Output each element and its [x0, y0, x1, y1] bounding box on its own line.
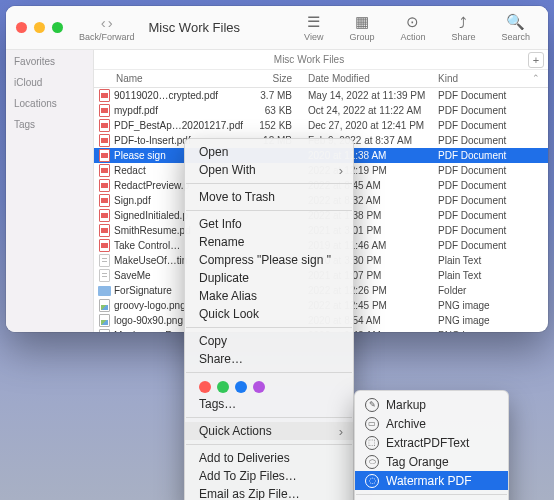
tab-bar: Misc Work Files +	[94, 50, 548, 70]
file-kind: PDF Document	[432, 225, 548, 236]
file-icon	[94, 119, 114, 132]
file-kind: PDF Document	[432, 165, 548, 176]
file-icon	[94, 179, 114, 192]
file-kind: PDF Document	[432, 105, 548, 116]
menu-quick-look[interactable]: Quick Look	[185, 305, 353, 323]
tag-purple-icon[interactable]	[253, 381, 265, 393]
window-title: Misc Work Files	[145, 20, 246, 35]
file-icon	[94, 329, 114, 332]
traffic-lights	[16, 22, 69, 33]
qa-markup[interactable]: ✎ Markup	[355, 395, 508, 414]
tag-red-icon[interactable]	[199, 381, 211, 393]
file-kind: PNG image	[432, 330, 548, 332]
menu-copy[interactable]: Copy	[185, 332, 353, 350]
menu-quick-actions[interactable]: Quick Actions	[185, 422, 353, 440]
search-icon: 🔍	[506, 13, 525, 31]
file-kind: PDF Document	[432, 90, 548, 101]
file-date: Dec 27, 2020 at 12:41 PM	[300, 120, 432, 131]
file-kind: Plain Text	[432, 270, 548, 281]
group-icon: ▦	[355, 13, 369, 31]
qa-watermark[interactable]: ◌ Watermark PDF	[355, 471, 508, 490]
menu-duplicate[interactable]: Duplicate	[185, 269, 353, 287]
sidebar-heading-favorites[interactable]: Favorites	[14, 56, 85, 67]
menu-compress[interactable]: Compress "Please sign "	[185, 251, 353, 269]
menu-share[interactable]: Share…	[185, 350, 353, 368]
qa-extract[interactable]: ⬚ ExtractPDFText	[355, 433, 508, 452]
action-button[interactable]: ⊙ Action	[392, 13, 433, 42]
menu-tags[interactable]: Tags…	[185, 395, 353, 413]
back-button[interactable]: ‹	[101, 14, 106, 31]
file-kind: Plain Text	[432, 255, 548, 266]
menu-get-info[interactable]: Get Info	[185, 215, 353, 233]
titlebar: ‹ › Back/Forward Misc Work Files ☰ View …	[6, 6, 548, 50]
close-icon[interactable]	[16, 22, 27, 33]
file-icon	[94, 164, 114, 177]
file-name: mypdf.pdf	[114, 105, 248, 116]
search-button[interactable]: 🔍 Search	[493, 13, 538, 42]
menu-email-zip[interactable]: Email as Zip File…	[185, 485, 353, 500]
table-row[interactable]: mypdf.pdf63 KBOct 24, 2022 at 11:22 AMPD…	[94, 103, 548, 118]
file-name: PDF_BestAp…20201217.pdf	[114, 120, 248, 131]
column-headers: Name Size Date Modified Kind ⌃	[94, 70, 548, 88]
file-icon	[94, 89, 114, 102]
archive-icon: ▭	[365, 417, 379, 431]
back-forward-group: ‹ › Back/Forward	[79, 14, 135, 42]
sort-chevron-icon: ⌃	[532, 73, 540, 83]
file-icon	[94, 104, 114, 117]
file-size: 3.7 MB	[248, 90, 300, 101]
col-size[interactable]: Size	[248, 73, 300, 84]
view-button[interactable]: ☰ View	[296, 13, 331, 42]
file-kind: PDF Document	[432, 120, 548, 131]
extract-icon: ⬚	[365, 436, 379, 450]
menu-add-deliveries[interactable]: Add to Deliveries	[185, 449, 353, 467]
sidebar-heading-locations[interactable]: Locations	[14, 98, 85, 109]
menu-rename[interactable]: Rename	[185, 233, 353, 251]
file-icon	[94, 299, 114, 312]
menu-open[interactable]: Open	[185, 143, 353, 161]
gear-icon: ⊙	[406, 13, 419, 31]
col-name[interactable]: Name	[94, 73, 248, 84]
qa-archive[interactable]: ▭ Archive	[355, 414, 508, 433]
menu-add-zip[interactable]: Add To Zip Files…	[185, 467, 353, 485]
context-menu: Open Open With Move to Trash Get Info Re…	[184, 138, 354, 500]
file-kind: PNG image	[432, 315, 548, 326]
file-kind: PDF Document	[432, 150, 548, 161]
file-size: 63 KB	[248, 105, 300, 116]
list-icon: ☰	[307, 13, 320, 31]
table-row[interactable]: 90119020…crypted.pdf3.7 MBMay 14, 2022 a…	[94, 88, 548, 103]
back-forward-label: Back/Forward	[79, 32, 135, 42]
file-icon	[94, 239, 114, 252]
col-date[interactable]: Date Modified	[300, 73, 432, 84]
file-name: 90119020…crypted.pdf	[114, 90, 248, 101]
markup-icon: ✎	[365, 398, 379, 412]
file-kind: PDF Document	[432, 135, 548, 146]
sidebar-heading-icloud[interactable]: iCloud	[14, 77, 85, 88]
file-size: 152 KB	[248, 120, 300, 131]
file-kind: PDF Document	[432, 210, 548, 221]
file-kind: PNG image	[432, 300, 548, 311]
file-icon	[94, 254, 114, 267]
file-icon	[94, 209, 114, 222]
new-tab-button[interactable]: +	[528, 52, 544, 68]
sidebar-heading-tags[interactable]: Tags	[14, 119, 85, 130]
menu-tag-colors[interactable]	[185, 377, 353, 395]
menu-open-with[interactable]: Open With	[185, 161, 353, 179]
table-row[interactable]: PDF_BestAp…20201217.pdf152 KBDec 27, 202…	[94, 118, 548, 133]
file-icon	[94, 134, 114, 147]
tab-title[interactable]: Misc Work Files	[94, 54, 524, 65]
share-button[interactable]: ⤴ Share	[443, 14, 483, 42]
forward-button[interactable]: ›	[108, 14, 113, 31]
group-button[interactable]: ▦ Group	[341, 13, 382, 42]
tag-blue-icon[interactable]	[235, 381, 247, 393]
file-kind: Folder	[432, 285, 548, 296]
file-icon	[94, 286, 114, 296]
file-kind: PDF Document	[432, 180, 548, 191]
file-icon	[94, 224, 114, 237]
menu-move-to-trash[interactable]: Move to Trash	[185, 188, 353, 206]
minimize-icon[interactable]	[34, 22, 45, 33]
menu-make-alias[interactable]: Make Alias	[185, 287, 353, 305]
col-kind[interactable]: Kind ⌃	[432, 73, 548, 84]
zoom-icon[interactable]	[52, 22, 63, 33]
qa-tag-orange[interactable]: ⬭ Tag Orange	[355, 452, 508, 471]
tag-green-icon[interactable]	[217, 381, 229, 393]
